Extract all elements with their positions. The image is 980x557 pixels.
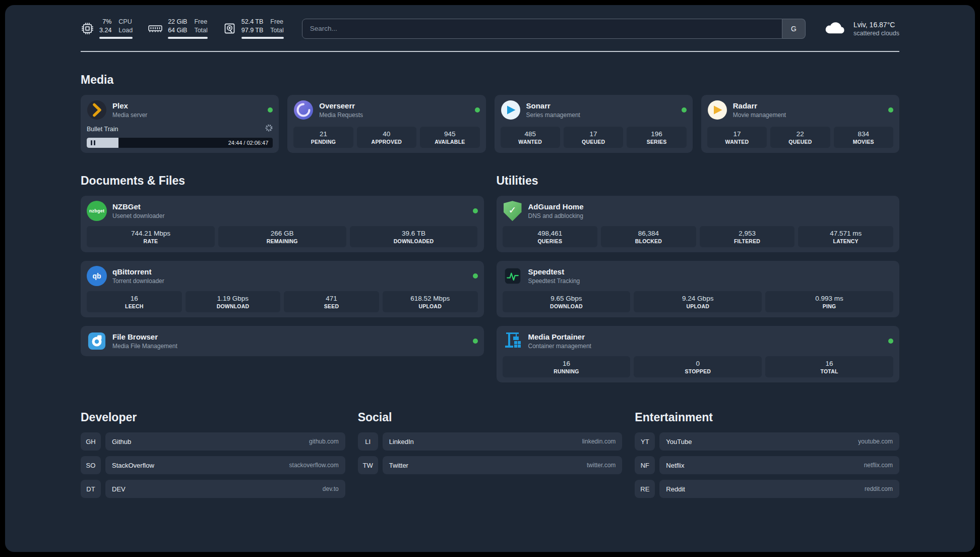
stat-value: 196 — [629, 130, 684, 138]
bookmark-dev[interactable]: DT DEV dev.to — [81, 480, 345, 498]
service-card-plex: Plex Media server Bullet Train — [81, 95, 279, 153]
pause-icon[interactable] — [91, 140, 95, 145]
stat-tile: 0.993 ms PING — [765, 291, 893, 312]
bookmark-name: Twitter — [389, 462, 408, 469]
bookmark-body: Twitter twitter.com — [383, 456, 623, 474]
stat-row: 498,461 QUERIES 86,384 BLOCKED 2,953 FIL… — [503, 221, 894, 247]
stat-value: 16 — [767, 360, 891, 367]
disk-total-value: 97.9 TB — [241, 27, 264, 35]
stat-tile: 17 QUEUED — [564, 127, 623, 148]
service-link-radarr[interactable]: Radarr Movie management — [707, 100, 893, 120]
stat-row: 21 PENDING 40 APPROVED 945 AVAILABLE — [293, 122, 479, 148]
weather-widget[interactable]: Lviv, 16.87°C scattered clouds — [824, 20, 899, 37]
service-link-portainer[interactable]: Media Portainer Container management — [503, 331, 894, 351]
bookmark-name: StackOverflow — [112, 462, 154, 469]
stat-tile: 945 AVAILABLE — [420, 127, 479, 148]
bookmark-body: Netflix netflix.com — [659, 456, 899, 474]
status-dot — [473, 273, 478, 278]
bookmark-twitter[interactable]: TW Twitter twitter.com — [358, 456, 623, 474]
playback-time: 24:44 / 02:06:47 — [228, 140, 269, 146]
stat-value: 9.24 Gbps — [636, 295, 760, 302]
bookmark-abbr: LI — [358, 432, 378, 451]
bookmark-reddit[interactable]: RE Reddit reddit.com — [635, 480, 899, 498]
stat-value: 86,384 — [603, 230, 694, 237]
service-name: qBittorrent — [112, 268, 164, 276]
stat-value: 17 — [566, 130, 621, 138]
stat-row: 17 WANTED 22 QUEUED 834 MOVIES — [707, 122, 893, 148]
stat-value: 498,461 — [505, 230, 596, 237]
service-link-adguard[interactable]: ✓ AdGuard Home DNS and adblocking — [503, 201, 894, 221]
bookmark-url: twitter.com — [587, 462, 616, 469]
bookmark-abbr: TW — [358, 456, 378, 474]
service-link-filebrowser[interactable]: File Browser Media File Management — [87, 331, 478, 351]
stat-value: 16 — [505, 360, 629, 367]
media-player-widget: Bullet Train 24:44 / 02:06:47 — [87, 120, 273, 148]
gear-icon[interactable] — [265, 124, 273, 134]
dashboard-content: Media Plex Media server — [5, 73, 975, 524]
stat-tile: 266 GB REMAINING — [218, 226, 346, 247]
bookmark-url: dev.to — [323, 485, 339, 492]
bookmark-github[interactable]: GH Github github.com — [81, 432, 345, 451]
stat-label: DOWNLOAD — [188, 303, 279, 309]
bookmark-youtube[interactable]: YT YouTube youtube.com — [635, 432, 899, 451]
bookmark-body: Github github.com — [105, 432, 345, 451]
disk-icon — [223, 22, 236, 35]
search-provider-button[interactable]: G — [782, 19, 806, 39]
bookmark-body: StackOverflow stackoverflow.com — [105, 456, 345, 474]
stat-label: RATE — [89, 238, 213, 244]
adguard-icon: ✓ — [503, 201, 523, 221]
memory-free-value: 22 GiB — [168, 18, 187, 26]
service-subtitle: DNS and adblocking — [528, 212, 584, 219]
stat-label: RUNNING — [505, 368, 629, 374]
status-dot — [888, 107, 893, 113]
portainer-icon — [503, 331, 523, 351]
dashboard-page: 7% 3.24 CPU Load — [5, 5, 975, 552]
overseerr-icon — [293, 100, 314, 120]
service-link-sonarr[interactable]: Sonarr Series management — [501, 100, 687, 120]
bookmark-name: Netflix — [666, 462, 684, 469]
stat-value: 39.6 TB — [352, 230, 476, 237]
cpu-icon — [81, 22, 94, 35]
stat-label: REMAINING — [220, 238, 344, 244]
now-playing-title: Bullet Train — [87, 126, 118, 133]
service-card-filebrowser: File Browser Media File Management — [81, 326, 484, 356]
service-link-overseerr[interactable]: Overseerr Media Requests — [293, 100, 479, 120]
section-title-entertainment: Entertainment — [635, 411, 899, 424]
stat-tile: 9.24 Gbps UPLOAD — [634, 291, 762, 312]
cloud-icon — [824, 20, 847, 37]
search-bar: G — [302, 19, 806, 39]
bookmark-group-developer: Developer GH Github github.com SO StackO… — [81, 389, 345, 504]
stat-label: TOTAL — [767, 368, 891, 374]
service-link-plex[interactable]: Plex Media server — [87, 100, 273, 120]
section-title-developer: Developer — [81, 411, 345, 424]
service-subtitle: Container management — [528, 343, 591, 350]
bookmark-netflix[interactable]: NF Netflix netflix.com — [635, 456, 899, 474]
bookmark-abbr: NF — [635, 456, 655, 474]
stat-row: 744.21 Mbps RATE 266 GB REMAINING 39.6 T… — [87, 221, 478, 247]
service-card-adguard: ✓ AdGuard Home DNS and adblocking 498,46… — [497, 196, 900, 252]
bookmark-stackoverflow[interactable]: SO StackOverflow stackoverflow.com — [81, 456, 345, 474]
stat-value: 2,953 — [702, 230, 793, 237]
section-title-social: Social — [358, 411, 623, 424]
bookmark-linkedin[interactable]: LI LinkedIn linkedin.com — [358, 432, 623, 451]
service-link-nzbget[interactable]: nzbget NZBGet Usenet downloader — [87, 201, 478, 221]
stat-label: MOVIES — [836, 139, 891, 145]
stat-label: UPLOAD — [636, 303, 760, 309]
stat-value: 17 — [709, 130, 765, 138]
service-link-qbittorrent[interactable]: qb qBittorrent Torrent downloader — [87, 266, 478, 286]
stat-row: 16 RUNNING 0 STOPPED 16 TOTAL — [503, 351, 894, 377]
stat-value: 22 — [772, 130, 828, 138]
bookmark-url: stackoverflow.com — [289, 462, 339, 469]
bookmark-name: LinkedIn — [389, 438, 414, 445]
service-link-speedtest[interactable]: Speedtest Speedtest Tracking — [503, 266, 894, 286]
stat-value: 744.21 Mbps — [89, 230, 213, 237]
bookmark-name: Reddit — [666, 485, 685, 493]
search-input[interactable] — [302, 19, 782, 39]
stat-value: 47.571 ms — [800, 230, 891, 237]
status-dot — [475, 107, 480, 113]
stat-value: 485 — [503, 130, 558, 138]
stat-row: 485 WANTED 17 QUEUED 196 SERIES — [501, 122, 687, 148]
stat-label: UPLOAD — [385, 303, 476, 309]
stat-label: DOWNLOAD — [505, 303, 629, 309]
stat-tile: 40 APPROVED — [357, 127, 416, 148]
